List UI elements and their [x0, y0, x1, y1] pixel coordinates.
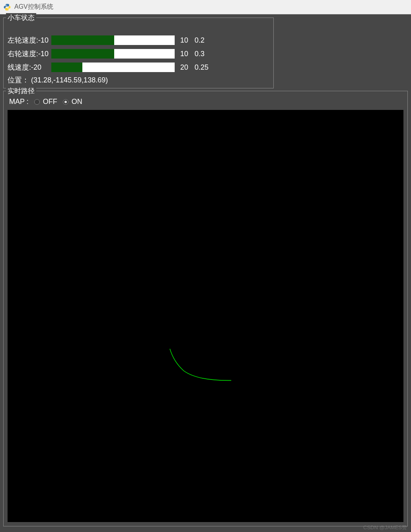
path-svg [8, 110, 403, 522]
right-wheel-fill [51, 49, 114, 59]
path-group-title: 实时路径 [6, 86, 36, 96]
vehicle-status-group: 小车状态 左轮速度:-10 10 0.2 右轮速度:-10 10 0.3 线速度… [3, 18, 274, 88]
line-speed-row: 线速度:-20 20 0.25 [8, 61, 269, 74]
realtime-path-group: 实时路径 MAP : OFF ON [3, 91, 408, 526]
right-wheel-row: 右轮速度:-10 10 0.3 [8, 47, 269, 60]
line-speed-fill [51, 63, 82, 72]
map-toggle-row: MAP : OFF ON [8, 97, 403, 110]
position-value: (31.28,-1145.59,138.69) [31, 76, 108, 84]
right-wheel-max: 10 [180, 50, 195, 58]
status-group-title: 小车状态 [6, 13, 36, 22]
svg-point-1 [8, 9, 8, 10]
right-wheel-value: 0.3 [195, 50, 214, 58]
svg-point-0 [6, 4, 6, 5]
radio-off-label: OFF [43, 98, 57, 106]
content-area: 小车状态 左轮速度:-10 10 0.2 右轮速度:-10 10 0.3 线速度… [0, 14, 411, 532]
right-wheel-label: 右轮速度:-10 [8, 49, 51, 59]
left-wheel-max: 10 [180, 36, 195, 45]
app-window: AGV控制系统 小车状态 左轮速度:-10 10 0.2 右轮速度:-10 10… [0, 0, 411, 532]
line-speed-progress[interactable] [51, 63, 175, 72]
radio-on-label: ON [72, 98, 82, 106]
left-wheel-progress[interactable] [51, 35, 175, 45]
left-wheel-label: 左轮速度:-10 [8, 35, 51, 45]
line-speed-max: 20 [180, 63, 195, 72]
left-wheel-value: 0.2 [195, 36, 214, 45]
radio-off[interactable] [34, 99, 40, 105]
path-line [170, 349, 231, 380]
left-wheel-fill [51, 35, 114, 45]
radio-on[interactable] [63, 99, 68, 105]
map-canvas[interactable] [8, 110, 403, 522]
radio-on-group[interactable]: ON [63, 98, 82, 106]
position-row: 位置： (31.28,-1145.59,138.69) [8, 75, 269, 85]
position-label: 位置： [8, 76, 29, 84]
python-icon [3, 3, 11, 11]
radio-off-group[interactable]: OFF [34, 98, 57, 106]
map-label: MAP : [9, 98, 29, 106]
title-bar: AGV控制系统 [0, 0, 411, 14]
window-title: AGV控制系统 [14, 3, 53, 11]
right-wheel-progress[interactable] [51, 49, 175, 59]
line-speed-value: 0.25 [195, 63, 214, 72]
left-wheel-row: 左轮速度:-10 10 0.2 [8, 34, 269, 47]
line-speed-label: 线速度:-20 [8, 63, 43, 72]
